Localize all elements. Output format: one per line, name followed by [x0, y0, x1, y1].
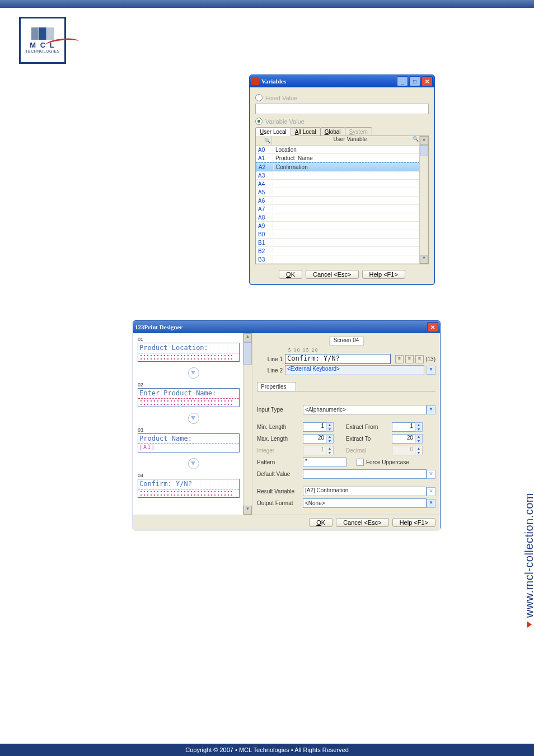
ok-button[interactable]: OK — [279, 270, 302, 279]
tab-properties[interactable]: Properties — [257, 382, 296, 391]
variable-id: A3 — [256, 172, 273, 179]
max-length-input[interactable]: 20 — [303, 434, 326, 444]
max-length-label: Max. Length — [257, 436, 303, 442]
search-icon[interactable]: 🔍 — [264, 138, 270, 143]
variable-row[interactable]: A8 — [256, 213, 428, 222]
scroll-thumb[interactable] — [420, 145, 428, 156]
extract-to-input[interactable]: 20 — [392, 434, 415, 444]
help-button[interactable]: Help <F1> — [392, 518, 435, 527]
variable-id: A9 — [256, 223, 273, 229]
variable-row[interactable]: A6 — [256, 197, 428, 205]
variable-row[interactable]: B3 — [256, 255, 428, 264]
tab-user-local[interactable]: User Local — [255, 127, 291, 136]
tab-system: System — [345, 127, 372, 136]
variable-row[interactable]: A0Location — [256, 146, 428, 154]
mcl-logo: M C L TECHNOLOGIES — [19, 17, 66, 64]
fixed-value-input[interactable] — [255, 104, 429, 114]
website-url: www.mcl-collection.com — [523, 493, 534, 628]
tab-all-local[interactable]: All Local — [291, 127, 321, 136]
scroll-up-icon[interactable]: ▲ — [420, 136, 428, 145]
variable-row[interactable]: A5 — [256, 188, 428, 197]
close-button[interactable]: ✕ — [421, 76, 433, 86]
lcd-line1: Enter Product Name: — [138, 389, 239, 399]
cancel-button[interactable]: Cancel <Esc> — [336, 518, 388, 527]
line2-dropdown[interactable]: <External Keyboard> — [285, 365, 424, 375]
fixed-value-radio[interactable]: Fixed Value — [255, 94, 429, 101]
lcd-line2: [A1] — [138, 444, 239, 451]
line1-input[interactable]: Confirm: Y/N? — [285, 354, 391, 364]
chevron-down-icon[interactable]: V — [427, 487, 435, 496]
variables-grid: 🔍 User Variable🔍 A0LocationA1Product_Nam… — [255, 136, 429, 264]
decimal-label: Decimal — [346, 447, 392, 454]
default-value-input[interactable] — [303, 469, 427, 479]
variable-value-radio[interactable]: Variable Value — [255, 118, 429, 125]
scroll-thumb[interactable] — [243, 342, 252, 365]
screen-preview[interactable]: 04Confirm: Y/N? — [138, 473, 250, 498]
chevron-down-icon[interactable]: ▼ — [427, 405, 435, 414]
flow-arrow-icon — [188, 458, 199, 469]
align-center-icon[interactable]: ≡ — [405, 355, 414, 363]
chevron-down-icon[interactable]: ▼ — [427, 366, 435, 375]
search-icon[interactable]: 🔍 — [413, 136, 419, 142]
minimize-button[interactable]: _ — [397, 76, 408, 86]
variable-name: Confirmation — [274, 164, 428, 170]
force-uppercase-checkbox[interactable] — [357, 459, 364, 466]
variables-titlebar[interactable]: Variables _ □ ✕ — [250, 75, 434, 87]
spinner-icon[interactable]: ▲▼ — [326, 422, 334, 432]
variable-row[interactable]: B1 — [256, 239, 428, 247]
variable-row[interactable]: A7 — [256, 205, 428, 213]
input-type-dropdown[interactable]: <Alphanumeric> — [303, 405, 427, 414]
ok-button[interactable]: OK — [309, 518, 332, 527]
integer-input: 1 — [303, 446, 326, 455]
chevron-down-icon[interactable]: ▼ — [427, 499, 435, 508]
variables-title-icon — [251, 77, 259, 85]
print-designer-dialog: 123Print Designer ✕ 01Product Location:0… — [133, 320, 441, 530]
triangle-icon — [527, 621, 532, 628]
min-length-input[interactable]: 1 — [303, 422, 326, 432]
screen-list-scrollbar[interactable]: ▲ ▼ — [243, 333, 252, 515]
scroll-up-icon[interactable]: ▲ — [243, 333, 252, 342]
spinner-icon[interactable]: ▲▼ — [326, 434, 334, 444]
variable-id: B1 — [256, 240, 273, 246]
tab-global[interactable]: Global — [320, 127, 345, 136]
variable-id: A6 — [256, 198, 273, 204]
variable-id: A5 — [256, 189, 273, 195]
extract-from-input[interactable]: 1 — [392, 422, 415, 432]
char-count: (13) — [425, 356, 435, 362]
variable-id: A8 — [256, 214, 273, 221]
variable-id: A7 — [256, 206, 273, 212]
cancel-button[interactable]: Cancel <Esc> — [306, 270, 358, 279]
align-right-icon[interactable]: ≡ — [415, 355, 424, 363]
chevron-down-icon[interactable]: V — [427, 470, 435, 479]
flow-arrow-icon — [188, 367, 199, 379]
variable-row[interactable]: A4 — [256, 180, 428, 188]
screen-preview[interactable]: 01Product Location: — [138, 337, 250, 362]
variable-row[interactable]: A1Product_Name — [256, 154, 428, 162]
screen-list: 01Product Location:02Enter Product Name:… — [133, 333, 252, 515]
force-uppercase-label: Force Uppercase — [366, 459, 409, 465]
pd-titlebar[interactable]: 123Print Designer ✕ — [133, 321, 440, 333]
close-button[interactable]: ✕ — [427, 322, 438, 332]
variable-id: B3 — [256, 256, 273, 263]
spinner-icon[interactable]: ▲▼ — [415, 422, 423, 432]
variable-row[interactable]: A9 — [256, 222, 428, 230]
help-button[interactable]: Help <F1> — [362, 270, 405, 279]
variable-row[interactable]: A3 — [256, 171, 428, 180]
variable-row[interactable]: A2Confirmation — [256, 162, 428, 171]
result-variable-field[interactable]: [A2] Confirmation — [303, 487, 427, 496]
screen-number: 02 — [138, 382, 250, 388]
output-format-dropdown[interactable]: <None> — [303, 498, 427, 508]
screen-preview[interactable]: 02Enter Product Name: — [138, 382, 250, 407]
variable-row[interactable]: B0 — [256, 230, 428, 239]
screen-preview[interactable]: 03Product Name:[A1] — [138, 427, 250, 452]
spinner-icon[interactable]: ▲▼ — [415, 434, 423, 444]
variable-row[interactable]: B2 — [256, 247, 428, 255]
align-left-icon[interactable]: ≡ — [395, 355, 404, 363]
pattern-input[interactable]: * — [303, 458, 346, 467]
grid-scrollbar[interactable]: ▲ ▼ — [419, 136, 428, 264]
variable-id: B0 — [256, 231, 273, 237]
scroll-down-icon[interactable]: ▼ — [420, 255, 428, 264]
scroll-down-icon[interactable]: ▼ — [243, 506, 252, 515]
maximize-button[interactable]: □ — [409, 76, 420, 86]
line1-label: Line 1 — [257, 356, 283, 362]
